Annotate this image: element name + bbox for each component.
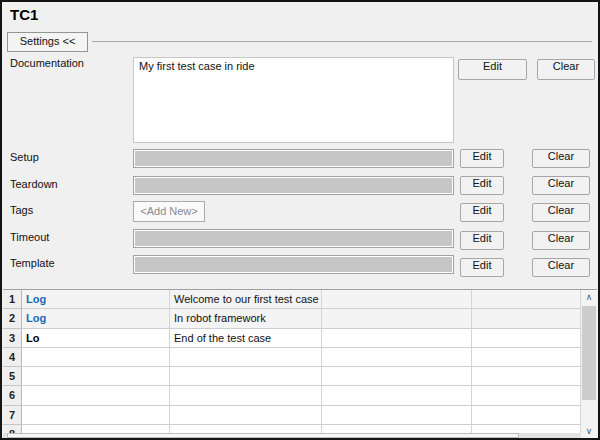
- teardown-clear-button[interactable]: Clear: [532, 176, 590, 195]
- template-label: Template: [10, 257, 55, 269]
- argument-cell[interactable]: Welcome to our first test case: [170, 290, 322, 309]
- test-case-editor-window: TC1 Settings << Documentation My first t…: [0, 0, 600, 440]
- timeout-field[interactable]: [133, 229, 454, 248]
- grid-row: 7: [3, 406, 581, 425]
- vertical-scrollbar[interactable]: ∧ ∨: [581, 290, 597, 438]
- keyword-cell[interactable]: [22, 348, 170, 367]
- argument-cell[interactable]: [322, 290, 472, 309]
- tags-label: Tags: [10, 204, 33, 216]
- argument-cell[interactable]: [322, 329, 472, 348]
- template-clear-button[interactable]: Clear: [532, 258, 590, 277]
- argument-cell[interactable]: [472, 290, 581, 309]
- argument-cell[interactable]: [322, 406, 472, 425]
- timeout-label: Timeout: [10, 231, 49, 243]
- argument-cell[interactable]: [322, 309, 472, 328]
- row-number[interactable]: 5: [3, 367, 22, 386]
- documentation-edit-button[interactable]: Edit: [458, 59, 527, 80]
- argument-cell[interactable]: [170, 386, 322, 405]
- argument-cell[interactable]: [322, 348, 472, 367]
- keyword-cell[interactable]: Log: [22, 290, 170, 309]
- row-number[interactable]: 2: [3, 309, 22, 328]
- setup-field[interactable]: [133, 149, 454, 168]
- setup-edit-button[interactable]: Edit: [460, 149, 504, 168]
- teardown-edit-button[interactable]: Edit: [460, 176, 504, 195]
- argument-cell[interactable]: [322, 386, 472, 405]
- argument-cell[interactable]: [472, 309, 581, 328]
- horizontal-scrollbar[interactable]: [3, 433, 581, 438]
- grid-row: 3 Lo End of the test case: [3, 329, 581, 348]
- grid-row: 1 Log Welcome to our first test case: [3, 290, 581, 309]
- tags-edit-button[interactable]: Edit: [460, 203, 504, 222]
- argument-cell[interactable]: [472, 329, 581, 348]
- setup-label: Setup: [10, 151, 39, 163]
- keyword-cell[interactable]: Log: [22, 309, 170, 328]
- argument-cell[interactable]: [472, 367, 581, 386]
- row-number[interactable]: 7: [3, 406, 22, 425]
- argument-cell[interactable]: [322, 367, 472, 386]
- documentation-clear-button[interactable]: Clear: [537, 59, 595, 80]
- argument-cell[interactable]: [170, 348, 322, 367]
- timeout-clear-button[interactable]: Clear: [532, 231, 590, 250]
- scroll-down-icon[interactable]: ∨: [581, 424, 597, 438]
- row-number[interactable]: 1: [3, 290, 22, 309]
- row-number[interactable]: 3: [3, 329, 22, 348]
- keyword-cell[interactable]: [22, 386, 170, 405]
- grid-row: 2 Log In robot framework: [3, 309, 581, 328]
- row-number[interactable]: 6: [3, 386, 22, 405]
- keyword-grid: 1 Log Welcome to our first test case 2 L…: [3, 289, 597, 438]
- grid-row: 6: [3, 386, 581, 405]
- keyword-cell[interactable]: Lo: [22, 329, 170, 348]
- keyword-cell[interactable]: [22, 406, 170, 425]
- argument-cell[interactable]: [472, 386, 581, 405]
- grid-row: 4: [3, 348, 581, 367]
- keyword-cell[interactable]: [22, 367, 170, 386]
- scroll-up-icon[interactable]: ∧: [581, 290, 597, 305]
- argument-cell[interactable]: [170, 406, 322, 425]
- tags-clear-button[interactable]: Clear: [532, 203, 590, 222]
- template-field[interactable]: [133, 255, 454, 274]
- documentation-textarea[interactable]: My first test case in ride: [133, 57, 454, 143]
- grid-row: 5: [3, 367, 581, 386]
- timeout-edit-button[interactable]: Edit: [460, 231, 504, 250]
- argument-cell[interactable]: [472, 348, 581, 367]
- page-title: TC1: [10, 6, 38, 23]
- horizontal-scroll-thumb[interactable]: [7, 433, 519, 438]
- teardown-label: Teardown: [10, 178, 58, 190]
- vertical-scroll-thumb[interactable]: [582, 306, 596, 400]
- argument-cell[interactable]: In robot framework: [170, 309, 322, 328]
- argument-cell[interactable]: [170, 367, 322, 386]
- setup-clear-button[interactable]: Clear: [532, 149, 590, 168]
- settings-toggle-button[interactable]: Settings <<: [7, 32, 88, 52]
- argument-cell[interactable]: End of the test case: [170, 329, 322, 348]
- teardown-field[interactable]: [133, 176, 454, 195]
- settings-separator: [92, 41, 592, 42]
- row-number[interactable]: 4: [3, 348, 22, 367]
- tags-add-new-field[interactable]: <Add New>: [133, 201, 205, 222]
- argument-cell[interactable]: [472, 406, 581, 425]
- template-edit-button[interactable]: Edit: [460, 258, 504, 277]
- documentation-label: Documentation: [10, 57, 84, 69]
